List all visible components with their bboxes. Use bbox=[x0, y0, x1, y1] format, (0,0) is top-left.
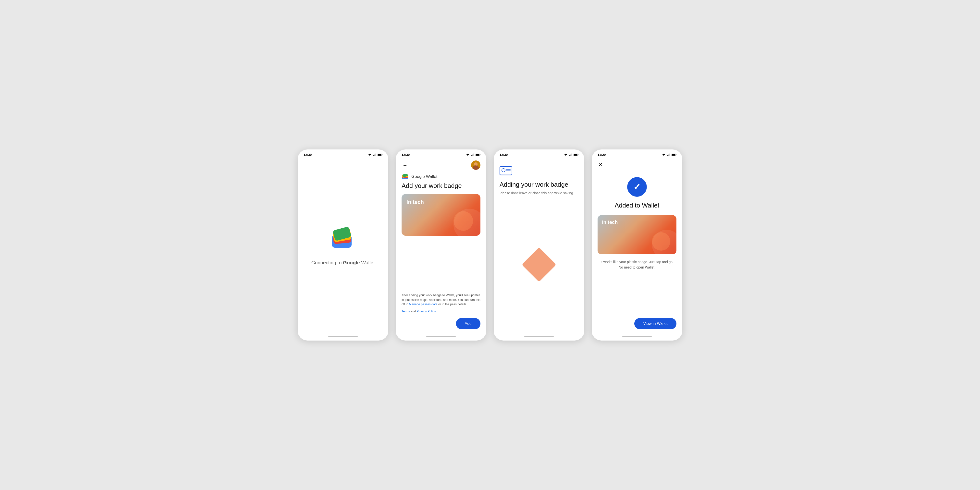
view-button-container: View in Wallet bbox=[598, 318, 676, 334]
svg-point-37 bbox=[502, 169, 505, 172]
privacy-link[interactable]: Privacy Policy bbox=[417, 310, 436, 313]
status-bar-2: 12:30 bbox=[396, 150, 486, 159]
diamond-container bbox=[500, 195, 578, 334]
google-wallet-mini-icon bbox=[402, 174, 409, 180]
screen4-header: ✕ bbox=[598, 159, 676, 172]
home-indicator-3 bbox=[524, 336, 554, 337]
svg-point-0 bbox=[369, 156, 370, 156]
svg-rect-29 bbox=[569, 155, 570, 156]
badge-card: Initech bbox=[402, 194, 480, 236]
screen2-title: Add your work badge bbox=[402, 182, 480, 189]
svg-rect-30 bbox=[570, 154, 571, 156]
svg-rect-43 bbox=[668, 154, 669, 156]
close-button[interactable]: ✕ bbox=[598, 161, 604, 168]
home-indicator-1 bbox=[328, 336, 358, 337]
connecting-suffix: Wallet bbox=[360, 260, 375, 265]
phone-screen-2: 12:30 bbox=[396, 150, 486, 340]
screen2-padded: ← Google Walle bbox=[396, 159, 486, 334]
back-button[interactable]: ← bbox=[402, 161, 409, 169]
badge-deco-circle2 bbox=[453, 211, 473, 231]
svg-rect-32 bbox=[571, 153, 572, 156]
svg-point-23 bbox=[474, 162, 477, 165]
svg-rect-35 bbox=[578, 154, 578, 155]
screen2-bottom: After adding your work badge to Wallet, … bbox=[402, 293, 480, 334]
added-description: It works like your plastic badge. Just t… bbox=[600, 259, 673, 270]
svg-rect-42 bbox=[668, 154, 668, 156]
user-avatar[interactable] bbox=[471, 161, 480, 170]
svg-rect-6 bbox=[378, 154, 381, 155]
screen4-title: Added to Wallet bbox=[615, 202, 660, 209]
wifi-icon-3 bbox=[564, 153, 568, 156]
svg-rect-18 bbox=[476, 154, 479, 155]
loading-diamond bbox=[522, 247, 556, 282]
home-indicator-4 bbox=[622, 336, 652, 337]
manage-passes-link[interactable]: Manage passes data bbox=[409, 302, 438, 306]
status-bar-1: 12:30 bbox=[298, 150, 388, 159]
svg-rect-41 bbox=[667, 155, 668, 156]
screen2-header: ← bbox=[402, 159, 480, 174]
svg-rect-46 bbox=[672, 154, 675, 155]
phone-screen-1: 12:30 bbox=[298, 150, 388, 340]
battery-icon bbox=[377, 153, 382, 156]
svg-rect-15 bbox=[473, 154, 473, 156]
time-4: 11:29 bbox=[598, 153, 606, 157]
status-icons-2 bbox=[466, 153, 480, 156]
badge-card-small: Initech bbox=[598, 215, 676, 254]
badge-company-small: Initech bbox=[602, 220, 618, 225]
signal-icon bbox=[373, 153, 376, 156]
screen3-title: Adding your work badge bbox=[500, 181, 578, 189]
success-circle: ✓ bbox=[627, 177, 647, 197]
screen1-content: Connecting to Google Wallet bbox=[298, 159, 388, 334]
battery-icon-4 bbox=[671, 153, 676, 156]
svg-rect-4 bbox=[375, 153, 376, 156]
connecting-center: Connecting to Google Wallet bbox=[304, 159, 382, 334]
svg-rect-44 bbox=[670, 153, 670, 156]
status-bar-3: 12:30 bbox=[494, 150, 584, 159]
svg-rect-19 bbox=[480, 154, 480, 155]
id-card-svg bbox=[500, 166, 512, 176]
signal-icon-3 bbox=[569, 153, 572, 156]
brand-row: Google Wallet bbox=[402, 174, 480, 180]
screen4-padded: ✕ ✓ Added to Wallet Initech It works lik… bbox=[592, 159, 682, 334]
wifi-icon bbox=[368, 153, 372, 156]
screen3-subtitle: Please don't leave or close this app whi… bbox=[500, 191, 578, 195]
svg-rect-7 bbox=[382, 154, 382, 155]
screen3-content: Adding your work badge Please don't leav… bbox=[500, 159, 578, 334]
add-button[interactable]: Add bbox=[456, 318, 480, 329]
svg-rect-34 bbox=[574, 154, 577, 155]
time-2: 12:30 bbox=[402, 153, 410, 157]
svg-point-28 bbox=[565, 156, 566, 156]
status-icons-3 bbox=[564, 153, 578, 156]
svg-rect-2 bbox=[374, 154, 375, 156]
status-bar-4: 11:29 bbox=[592, 150, 682, 159]
brand-name: Google Wallet bbox=[411, 174, 438, 179]
check-icon: ✓ bbox=[633, 182, 641, 192]
svg-rect-3 bbox=[375, 154, 375, 156]
info-text-after: or in the pass details. bbox=[438, 302, 467, 306]
screen4-content: ✓ Added to Wallet Initech It works like … bbox=[598, 172, 676, 334]
battery-icon-3 bbox=[574, 153, 578, 156]
info-text: After adding your work badge to Wallet, … bbox=[402, 293, 480, 307]
signal-icon-2 bbox=[471, 153, 474, 156]
terms-middle: and bbox=[410, 310, 417, 313]
svg-rect-47 bbox=[676, 154, 676, 155]
time-1: 12:30 bbox=[304, 153, 312, 157]
svg-rect-1 bbox=[373, 155, 374, 156]
wifi-icon-2 bbox=[466, 153, 470, 156]
svg-rect-16 bbox=[474, 153, 474, 156]
time-3: 12:30 bbox=[500, 153, 508, 157]
svg-point-40 bbox=[663, 156, 664, 156]
terms-link[interactable]: Terms bbox=[402, 310, 410, 313]
screens-container: 12:30 bbox=[298, 150, 682, 340]
phone-screen-3: 12:30 bbox=[494, 150, 584, 340]
view-in-wallet-button[interactable]: View in Wallet bbox=[634, 318, 676, 329]
wallet-icon-large bbox=[331, 227, 355, 250]
badge-deco-s2 bbox=[652, 232, 670, 251]
connecting-text: Connecting to Google Wallet bbox=[312, 260, 375, 266]
add-button-container: Add bbox=[402, 318, 480, 329]
signal-icon-4 bbox=[667, 153, 670, 156]
svg-rect-13 bbox=[471, 155, 472, 156]
battery-icon-2 bbox=[476, 153, 480, 156]
connecting-prefix: Connecting to bbox=[312, 260, 343, 265]
home-indicator-2 bbox=[426, 336, 456, 337]
